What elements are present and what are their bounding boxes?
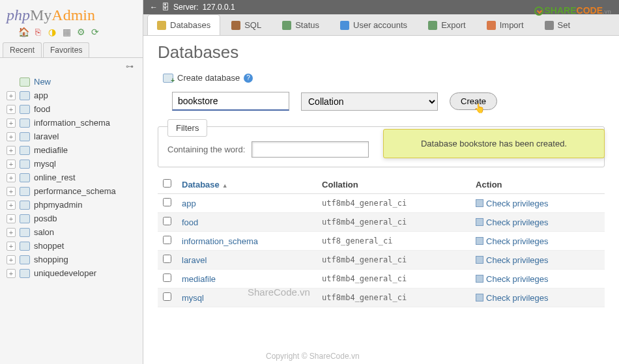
tab-set[interactable]: Set: [535, 14, 581, 35]
expand-icon[interactable]: +: [7, 269, 16, 278]
page-title: Databases: [158, 42, 605, 63]
tree-label: uniquedeveloper: [34, 268, 96, 278]
home-icon[interactable]: 🏠: [18, 27, 29, 37]
expand-icon[interactable]: +: [7, 214, 16, 223]
db-link[interactable]: mysql: [182, 293, 204, 303]
reload-icon[interactable]: ⟳: [90, 27, 100, 37]
tree-db-performance_schema[interactable]: +performance_schema: [5, 184, 143, 198]
tree-db-mediafile[interactable]: +mediafile: [5, 143, 143, 157]
tab-icon: [428, 21, 437, 30]
check-privileges-link[interactable]: Check privileges: [476, 217, 599, 227]
tree-new[interactable]: New: [5, 75, 143, 89]
filter-input[interactable]: [252, 141, 369, 158]
db-icon: [20, 119, 30, 128]
create-db-icon: [163, 74, 173, 83]
tree-label: posdb: [34, 214, 57, 223]
expand-icon[interactable]: +: [7, 146, 16, 155]
settings-icon[interactable]: ⚙: [76, 27, 86, 37]
check-privileges-link[interactable]: Check privileges: [476, 199, 599, 208]
link-icon[interactable]: ⊶: [0, 58, 143, 72]
expand-icon[interactable]: +: [7, 119, 16, 128]
server-icon: 🗄: [162, 3, 169, 12]
db-icon: [20, 91, 30, 100]
expand-icon[interactable]: +: [7, 228, 16, 237]
db-icon: [20, 77, 30, 87]
row-collation: utf8mb4_general_ci: [317, 213, 470, 232]
tree-db-laravel[interactable]: +laravel: [5, 130, 143, 143]
expand-icon[interactable]: +: [7, 201, 16, 210]
db-link[interactable]: mediafile: [182, 274, 216, 284]
help-icon[interactable]: ?: [244, 74, 253, 83]
expand-icon[interactable]: +: [7, 160, 16, 169]
privileges-icon: [476, 256, 483, 264]
tree-db-posdb[interactable]: +posdb: [5, 212, 143, 225]
tab-icon: [340, 21, 349, 30]
docs-icon[interactable]: ◑: [47, 27, 57, 37]
row-checkbox[interactable]: [163, 292, 171, 301]
db-link[interactable]: laravel: [182, 255, 207, 265]
expand-icon[interactable]: +: [7, 91, 16, 100]
tab-label: User accounts: [353, 20, 407, 30]
tree-db-salon[interactable]: +salon: [5, 225, 143, 239]
sql-icon[interactable]: ▦: [61, 27, 72, 37]
db-link[interactable]: app: [182, 199, 196, 208]
tree-db-shoppet[interactable]: +shoppet: [5, 239, 143, 253]
tab-import[interactable]: Import: [477, 14, 534, 35]
server-back-icon[interactable]: ←: [150, 3, 158, 12]
db-icon: [20, 187, 30, 196]
db-link[interactable]: food: [182, 217, 198, 227]
db-name-input[interactable]: [172, 92, 289, 111]
row-checkbox[interactable]: [163, 198, 171, 206]
row-checkbox[interactable]: [163, 217, 171, 225]
expand-icon[interactable]: +: [7, 187, 16, 196]
tree-label: food: [34, 104, 50, 114]
tree-label: phpmyadmin: [34, 200, 82, 210]
tree-db-mysql[interactable]: +mysql: [5, 157, 143, 171]
tree-label: shoppet: [34, 241, 64, 251]
check-privileges-link[interactable]: Check privileges: [476, 236, 599, 246]
db-icon: [20, 255, 30, 264]
tree-db-uniquedeveloper[interactable]: +uniquedeveloper: [5, 266, 143, 280]
col-action: Action: [470, 175, 605, 194]
check-privileges-link[interactable]: Check privileges: [476, 293, 599, 303]
tab-favorites[interactable]: Favorites: [43, 42, 89, 57]
check-all[interactable]: [163, 179, 171, 188]
db-icon: [20, 160, 30, 169]
tab-sql[interactable]: SQL: [222, 14, 271, 35]
expand-icon[interactable]: +: [7, 242, 16, 251]
sort-asc-icon: ▲: [222, 182, 228, 189]
tab-databases[interactable]: Databases: [147, 14, 220, 35]
check-privileges-link[interactable]: Check privileges: [476, 255, 599, 265]
expand-icon[interactable]: +: [7, 173, 16, 182]
success-notice: Database bookstore has been created.: [383, 129, 605, 158]
tab-recent[interactable]: Recent: [3, 42, 42, 57]
expand-icon[interactable]: +: [7, 105, 16, 114]
db-link[interactable]: information_schema: [182, 236, 258, 246]
tab-status[interactable]: Status: [272, 14, 329, 35]
tree-db-shopping[interactable]: +shopping: [5, 253, 143, 266]
check-privileges-link[interactable]: Check privileges: [476, 274, 599, 284]
create-button[interactable]: Create 👆: [450, 92, 497, 110]
row-checkbox[interactable]: [163, 273, 171, 282]
collation-select[interactable]: Collation: [301, 92, 438, 111]
row-checkbox[interactable]: [163, 255, 171, 263]
table-row: mediafileutf8mb4_general_ciCheck privile…: [158, 270, 605, 288]
expand-icon[interactable]: +: [7, 132, 16, 141]
tree-label: mysql: [34, 159, 56, 169]
filter-label: Containing the word:: [167, 145, 245, 154]
exit-icon[interactable]: ⎘: [33, 27, 43, 37]
tree-label: online_rest: [34, 173, 76, 182]
col-database[interactable]: Database▲: [177, 175, 317, 194]
tree-db-online_rest[interactable]: +online_rest: [5, 171, 143, 184]
tree-db-app[interactable]: +app: [5, 89, 143, 102]
expand-icon[interactable]: +: [7, 255, 16, 264]
tab-export[interactable]: Export: [418, 14, 476, 35]
tree-db-food[interactable]: +food: [5, 102, 143, 116]
tree-db-phpmyadmin[interactable]: +phpmyadmin: [5, 198, 143, 212]
row-collation: utf8_general_ci: [317, 232, 470, 251]
row-checkbox[interactable]: [163, 236, 171, 244]
create-db-label: Create database: [177, 73, 240, 83]
tree-db-information_schema[interactable]: +information_schema: [5, 116, 143, 130]
tab-user-accounts[interactable]: User accounts: [330, 14, 417, 35]
logo: phpMyAdmin: [0, 3, 143, 25]
